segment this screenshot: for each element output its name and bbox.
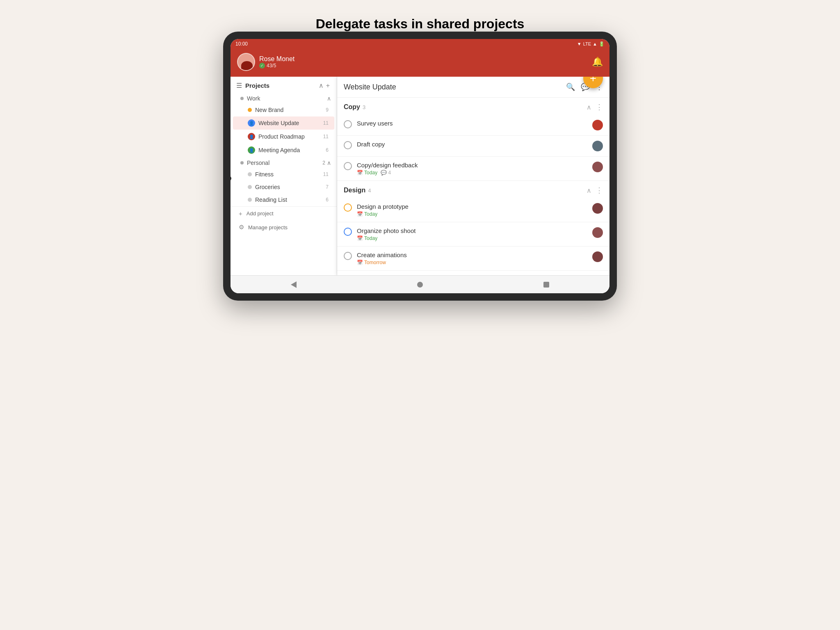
task-panel-header: Website Update 🔍 💬 ⋮ — [337, 77, 609, 98]
copy-feedback-date: 📅 Today — [357, 170, 377, 176]
add-project-icon: + — [239, 210, 242, 217]
design-prototype-date: 📅 Today — [357, 211, 377, 217]
tablet-screen: 10:00 ▼ LTE ▲ 🔋 Rose Monet ✓ 43/5 — [231, 39, 609, 293]
task-item-design-prototype[interactable]: Design a prototype 📅 Today — [337, 198, 609, 222]
task-item-copy-design-feedback[interactable]: Copy/design feedback 📅 Today 💬 4 — [337, 157, 609, 181]
list-icon: ☰ — [236, 82, 242, 89]
manage-projects-icon: ⚙ — [239, 224, 244, 231]
task-item-photo-shoot[interactable]: Organize photo shoot 📅 Today — [337, 222, 609, 247]
copy-feedback-comments: 💬 4 — [381, 170, 391, 176]
recents-icon — [543, 282, 549, 288]
task-panel-body: Copy 3 ∧ ⋮ Survey users — [337, 98, 609, 275]
personal-chevron-icon: ∧ — [327, 160, 331, 166]
add-project-button[interactable]: + Add project — [231, 207, 337, 220]
sidebar-group-work[interactable]: Work ∧ — [231, 93, 337, 103]
manage-projects-button[interactable]: ⚙ Manage projects — [231, 220, 337, 234]
task-item-survey-users[interactable]: Survey users — [337, 115, 609, 136]
sidebar-item-reading-list[interactable]: Reading List 6 — [233, 194, 334, 206]
design-more-icon[interactable]: ⋮ — [596, 186, 603, 195]
back-icon — [291, 281, 297, 288]
design-prototype-avatar — [592, 203, 603, 214]
new-brand-dot-icon — [248, 108, 252, 112]
status-icons: ▼ LTE ▲ 🔋 — [577, 41, 605, 47]
design-chevron-icon[interactable]: ∧ — [587, 187, 591, 194]
copy-more-icon[interactable]: ⋮ — [596, 103, 603, 112]
main-layout: ☰ Projects ∧ + Work ∧ New Brand 9 — [231, 77, 609, 275]
user-info: Rose Monet ✓ 43/5 — [237, 53, 294, 71]
status-bar: 10:00 ▼ LTE ▲ 🔋 — [231, 39, 609, 49]
personal-dot-icon — [240, 161, 244, 164]
user-name: Rose Monet — [259, 55, 294, 63]
task-item-create-animations[interactable]: Create animations 📅 Tomorrow — [337, 247, 609, 271]
projects-chevron[interactable]: ∧ — [317, 82, 325, 89]
sidebar: ☰ Projects ∧ + Work ∧ New Brand 9 — [231, 77, 337, 275]
groceries-dot-icon — [248, 185, 252, 189]
survey-users-avatar — [592, 120, 603, 130]
back-button[interactable] — [290, 281, 298, 289]
projects-label: Projects — [245, 82, 317, 89]
design-prototype-checkbox[interactable] — [344, 203, 352, 212]
home-button[interactable] — [416, 281, 424, 289]
app-header: Rose Monet ✓ 43/5 🔔 — [231, 49, 609, 77]
user-details: Rose Monet ✓ 43/5 — [259, 55, 294, 68]
create-animations-avatar — [592, 251, 603, 262]
survey-users-checkbox[interactable] — [344, 120, 352, 128]
task-panel: Website Update 🔍 💬 ⋮ Copy 3 — [337, 77, 609, 275]
status-time: 10:00 — [235, 41, 248, 47]
user-karma: ✓ 43/5 — [259, 63, 294, 68]
sidebar-item-product-roadmap[interactable]: 👤 Product Roadmap 11 — [233, 130, 334, 143]
meeting-agenda-person-icon: 👤 — [248, 146, 255, 154]
task-panel-title: Website Update — [344, 83, 566, 91]
search-icon[interactable]: 🔍 — [566, 82, 575, 91]
product-roadmap-person-icon: 👤 — [248, 133, 255, 140]
bottom-nav — [231, 275, 609, 293]
photo-shoot-checkbox[interactable] — [344, 228, 352, 236]
sidebar-group-personal[interactable]: Personal 2 ∧ — [231, 157, 337, 168]
fitness-dot-icon — [248, 172, 252, 176]
copy-section-header: Copy 3 ∧ ⋮ — [337, 98, 609, 115]
page-title: Delegate tasks in shared projects — [316, 16, 525, 32]
projects-section-header: ☰ Projects ∧ + — [231, 77, 337, 93]
copy-feedback-avatar — [592, 162, 603, 172]
work-dot-icon — [240, 97, 244, 100]
copy-chevron-icon[interactable]: ∧ — [587, 103, 591, 111]
bell-icon[interactable]: 🔔 — [592, 57, 603, 67]
design-section-header: Design 4 ∧ ⋮ — [337, 181, 609, 198]
avatar — [237, 53, 255, 71]
sidebar-item-meeting-agenda[interactable]: 👤 Meeting Agenda 6 — [233, 144, 334, 157]
sidebar-item-fitness[interactable]: Fitness 11 — [233, 168, 334, 180]
sidebar-item-website-update[interactable]: 👤 Website Update 11 — [233, 116, 334, 130]
draft-copy-avatar — [592, 141, 603, 151]
website-update-person-icon: 👤 — [248, 119, 255, 127]
copy-feedback-checkbox[interactable] — [344, 162, 352, 170]
tablet-frame: 10:00 ▼ LTE ▲ 🔋 Rose Monet ✓ 43/5 — [223, 32, 617, 301]
recents-button[interactable] — [542, 281, 550, 289]
photo-shoot-date: 📅 Today — [357, 235, 377, 241]
edge-indicator — [231, 176, 231, 181]
projects-add-icon[interactable]: + — [325, 82, 331, 89]
photo-shoot-avatar — [592, 227, 603, 238]
create-animations-checkbox[interactable] — [344, 252, 352, 260]
home-icon — [417, 282, 423, 288]
checkmark-icon: ✓ — [259, 63, 265, 68]
sidebar-item-groceries[interactable]: Groceries 7 — [233, 181, 334, 193]
work-chevron-icon: ∧ — [327, 95, 331, 102]
task-item-draft-copy[interactable]: Draft copy — [337, 136, 609, 157]
reading-list-dot-icon — [248, 198, 252, 202]
draft-copy-checkbox[interactable] — [344, 141, 352, 149]
sidebar-item-new-brand[interactable]: New Brand 9 — [233, 104, 334, 116]
create-animations-date: 📅 Tomorrow — [357, 260, 386, 265]
detail-panel: + Website Update 🔍 💬 ⋮ — [337, 77, 609, 275]
